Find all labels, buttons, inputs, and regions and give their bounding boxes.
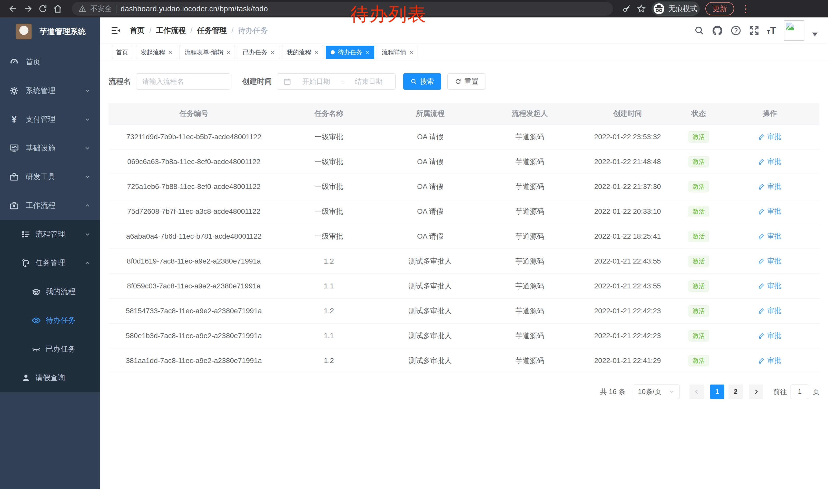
sidebar-item-home[interactable]: 首页: [0, 48, 100, 77]
table-body: 73211d9d-7b9b-11ec-b5b7-acde48001122 一级审…: [109, 124, 820, 373]
avatar[interactable]: [784, 20, 804, 41]
sidebar-item-label: 基础设施: [26, 143, 84, 153]
sidebar-item-done-tasks[interactable]: 已办任务: [0, 335, 100, 364]
logo[interactable]: 芋道管理系统: [0, 17, 100, 46]
approve-link[interactable]: 审批: [758, 207, 781, 216]
reset-button[interactable]: 重置: [447, 73, 486, 90]
search-button[interactable]: 搜索: [403, 73, 441, 90]
approve-link[interactable]: 审批: [758, 231, 781, 241]
approve-link-label: 审批: [767, 356, 781, 365]
cell-action: 审批: [720, 224, 820, 249]
tab[interactable]: 首页 ×: [111, 46, 133, 59]
approve-link[interactable]: 审批: [758, 256, 781, 266]
tab[interactable]: 我的流程 ×: [282, 46, 323, 59]
fullscreen-icon[interactable]: [749, 26, 759, 36]
approve-link[interactable]: 审批: [758, 281, 781, 290]
tab-close-icon[interactable]: ×: [409, 49, 413, 56]
process-name-input[interactable]: [136, 73, 230, 90]
cell-status: 激活: [677, 199, 720, 224]
browser-home-icon[interactable]: [50, 1, 65, 16]
cell-process: 测试多审批人: [379, 299, 482, 323]
edit-pencil-icon: [758, 282, 765, 289]
browser-update-button[interactable]: 更新: [705, 2, 734, 15]
approve-link[interactable]: 审批: [758, 306, 781, 315]
breadcrumb-task-mgmt[interactable]: 任务管理: [197, 26, 227, 36]
approve-link[interactable]: 审批: [758, 356, 781, 365]
table-row: 725a1eb6-7b88-11ec-8ef0-acde48001122 一级审…: [109, 174, 820, 199]
sidebar-item-my-process[interactable]: 我的流程: [0, 277, 100, 306]
status-badge: 激活: [689, 305, 709, 317]
page-url[interactable]: dashboard.yudao.iocoder.cn/bpm/task/todo: [121, 5, 268, 13]
avatar-caret-icon[interactable]: [812, 33, 818, 36]
password-key-icon[interactable]: [622, 4, 631, 13]
approve-link[interactable]: 审批: [758, 182, 781, 191]
tab-close-icon[interactable]: ×: [271, 49, 274, 56]
sidebar-item-leave-query[interactable]: 请假查询: [0, 364, 100, 392]
browser-reload-icon[interactable]: [35, 1, 50, 16]
github-icon[interactable]: [712, 25, 723, 36]
cell-task-name: 一级审批: [279, 149, 379, 174]
chevron-down-icon: [84, 145, 91, 151]
cell-process: OA 请假: [379, 149, 482, 174]
prev-page-button[interactable]: [690, 384, 704, 399]
cell-action: 审批: [720, 274, 820, 299]
sidebar-item-workflow[interactable]: 工作流程: [0, 191, 100, 220]
breadcrumb-workflow[interactable]: 工作流程: [156, 26, 186, 36]
tab[interactable]: 已办任务 ×: [238, 46, 279, 59]
cell-task-name: 1.2: [279, 249, 379, 274]
sidebar-item-task-mgmt[interactable]: 任务管理: [0, 249, 100, 277]
goto-label: 前往: [773, 387, 787, 396]
sidebar-item-process-mgmt[interactable]: 流程管理: [0, 220, 100, 249]
cell-task-name: 1.1: [279, 274, 379, 299]
approve-link[interactable]: 审批: [758, 157, 781, 166]
search-icon[interactable]: [694, 26, 704, 36]
tab-close-icon[interactable]: ×: [168, 49, 172, 56]
edit-pencil-icon: [758, 357, 765, 364]
page-content: 流程名 创建时间 开始日期 - 结束日期 搜索 重置: [100, 61, 828, 489]
tab-close-icon[interactable]: ×: [226, 49, 230, 56]
cell-created: 2022-01-22 20:33:10: [578, 199, 677, 224]
column-header: 任务名称: [279, 103, 379, 124]
address-bar[interactable]: 不安全 dashboard.yudao.iocoder.cn/bpm/task/…: [72, 2, 613, 16]
tab[interactable]: 流程表单-编辑 ×: [179, 46, 235, 59]
browser-menu-dots-icon[interactable]: ⋮: [740, 4, 752, 13]
tab-close-icon[interactable]: ×: [315, 49, 318, 56]
sidebar-item-todo-tasks[interactable]: 待办任务: [0, 306, 100, 335]
help-icon[interactable]: [731, 25, 741, 36]
bookmark-star-icon[interactable]: [637, 4, 646, 13]
cell-created: 2022-01-21 22:43:55: [578, 249, 677, 274]
page-number-button[interactable]: 1: [710, 384, 724, 399]
cell-created: 2022-01-22 21:37:30: [578, 174, 677, 199]
approve-link-label: 审批: [767, 207, 781, 216]
list-icon: [20, 230, 31, 239]
font-size-icon[interactable]: ᴛT: [767, 25, 776, 36]
sidebar-item-payment[interactable]: ¥ 支付管理: [0, 105, 100, 134]
next-page-button[interactable]: [749, 384, 763, 399]
tab[interactable]: 待办任务 ×: [326, 46, 374, 59]
breadcrumb-home[interactable]: 首页: [130, 26, 145, 36]
chevron-right-icon: [753, 388, 759, 395]
goto-page-input[interactable]: [791, 384, 809, 399]
browser-back-icon[interactable]: [6, 1, 20, 16]
browser-forward-icon[interactable]: [20, 1, 35, 16]
incognito-badge: 无痕模式: [652, 2, 700, 16]
table-row: 381aa1dd-7ac8-11ec-a9e2-a2380e71991a 1.2…: [109, 348, 820, 373]
cell-task-name: 一级审批: [279, 124, 379, 149]
approve-link-label: 审批: [767, 182, 781, 191]
sidebar-collapse-icon[interactable]: [110, 25, 121, 36]
tab-label: 首页: [116, 48, 128, 56]
sidebar-item-dev-tools[interactable]: 研发工具: [0, 163, 100, 191]
date-range-picker[interactable]: 开始日期 - 结束日期: [277, 73, 396, 90]
approve-link[interactable]: 审批: [758, 331, 781, 340]
page-size-select[interactable]: 10条/页: [633, 384, 680, 399]
sidebar-item-system[interactable]: 系统管理: [0, 77, 100, 105]
approve-link-label: 审批: [767, 306, 781, 315]
approve-link[interactable]: 审批: [758, 132, 781, 141]
tab-close-icon[interactable]: ×: [366, 49, 369, 56]
breadcrumb-separator: /: [190, 27, 192, 35]
tab[interactable]: 发起流程 ×: [136, 46, 177, 59]
tab[interactable]: 流程详情 ×: [377, 46, 418, 59]
page-number-button[interactable]: 2: [729, 384, 743, 399]
sidebar-item-infrastructure[interactable]: 基础设施: [0, 134, 100, 163]
sidebar-item-label: 首页: [26, 57, 91, 67]
